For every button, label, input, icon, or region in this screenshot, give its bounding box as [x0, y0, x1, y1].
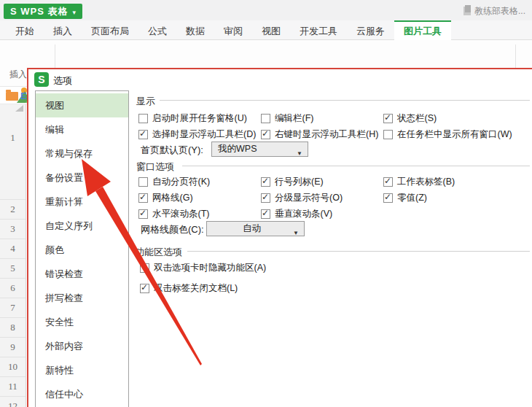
document-title: 教练部表格...	[463, 5, 532, 17]
option-checkbox[interactable]: ✓分级显示符号(O)	[261, 190, 383, 206]
gridline-color-dropdown[interactable]: 自动 ▼	[206, 221, 305, 236]
option-label: 在任务栏中显示所有窗口(W)	[397, 128, 512, 141]
ribbon-tab[interactable]: 视图	[252, 20, 290, 40]
option-checkbox[interactable]: ✓双击标签关闭文档(L)	[140, 280, 266, 296]
option-checkbox[interactable]: ✓右键时显示浮动工具栏(H)	[261, 126, 383, 142]
homepage-dropdown[interactable]: 我的WPS ▼	[211, 142, 308, 157]
check-icon: ✓	[262, 128, 269, 139]
folder-icon[interactable]	[6, 92, 18, 101]
ribbon-tab[interactable]: 数据	[176, 20, 214, 40]
wps-logo-icon: S	[34, 72, 49, 87]
option-checkbox[interactable]: 自动分页符(K)	[138, 174, 261, 190]
checkbox-box: ✓	[261, 193, 270, 203]
ribbon-tab[interactable]: 图片工具	[394, 20, 451, 40]
app-menu-button[interactable]: S WPS 表格▾	[4, 4, 82, 19]
row-number[interactable]: 9	[0, 338, 26, 357]
option-checkbox[interactable]: ✓垂直滚动条(V)	[261, 206, 383, 222]
checkbox-box: ✓	[261, 209, 270, 219]
check-icon: ✓	[262, 176, 269, 186]
check-icon: ✓	[139, 208, 146, 218]
option-checkbox[interactable]: ✓零值(Z)	[383, 190, 532, 206]
checkbox-box	[138, 177, 148, 187]
homepage-dropdown-value: 我的WPS	[218, 144, 257, 154]
option-checkbox[interactable]: ✓状态栏(S)	[383, 110, 532, 126]
check-icon: ✓	[384, 176, 391, 186]
sidebar-category-item[interactable]: 备份设置	[36, 166, 128, 190]
option-checkbox[interactable]: ✓网格线(G)	[138, 190, 261, 206]
section-divider	[160, 100, 530, 101]
check-icon: ✓	[139, 192, 146, 202]
option-checkbox[interactable]: ✓水平滚动条(T)	[138, 206, 261, 222]
option-checkbox[interactable]: ✓行号列标(E)	[261, 174, 383, 190]
option-checkbox[interactable]: ✓工作表标签(B)	[383, 174, 532, 190]
sidebar-category-item[interactable]: 自定义序列	[36, 214, 128, 238]
sidebar-category-item[interactable]: 错误检查	[36, 262, 128, 286]
option-label: 网格线(G)	[152, 192, 193, 204]
checkbox-box	[261, 114, 270, 123]
row-number[interactable]: 10	[0, 357, 26, 377]
row-number[interactable]: 1	[0, 113, 26, 200]
option-label: 状态栏(S)	[397, 112, 437, 125]
check-icon: ✓	[262, 192, 269, 202]
sidebar-category-item[interactable]: 新特性	[36, 358, 128, 382]
section-divider	[187, 251, 530, 252]
gridline-color-label: 网格线颜色(C):	[141, 223, 204, 236]
ribbon-tab[interactable]: 开发工具	[290, 20, 347, 40]
ribbon-tab[interactable]: 页面布局	[82, 20, 138, 40]
section-title-ribbon-options: 功能区选项	[135, 246, 182, 259]
ribbon-tab[interactable]: 开始	[6, 20, 44, 40]
sidebar-category-item[interactable]: 拼写检查	[36, 286, 128, 310]
ribbon-tab-bar: 开始插入页面布局公式数据审阅视图开发工具云服务图片工具	[0, 20, 532, 40]
select-all-corner[interactable]	[0, 104, 26, 113]
dialog-title: 选项	[53, 74, 72, 88]
row-number[interactable]: 7	[0, 298, 26, 318]
option-label: 水平滚动条(T)	[152, 208, 209, 220]
app-menu-label: S WPS 表格	[10, 6, 69, 17]
divider	[0, 86, 27, 87]
row-number[interactable]: 8	[0, 318, 26, 338]
option-checkbox[interactable]: 编辑栏(F)	[261, 110, 383, 126]
title-bar: S WPS 表格▾ 教练部表格...	[0, 0, 532, 20]
checkbox-box: ✓	[140, 284, 149, 293]
row-number[interactable]: 4	[0, 239, 26, 259]
select-all-triangle-icon	[15, 105, 23, 112]
checkbox-box: ✓	[261, 130, 270, 139]
option-label: 右键时显示浮动工具栏(H)	[275, 128, 378, 141]
sidebar-category-item[interactable]: 外部内容	[36, 334, 128, 358]
workbook-tab-clipped[interactable]: E	[20, 90, 27, 101]
homepage-label: 首页默认页(Y):	[141, 144, 203, 157]
row-number[interactable]: 5	[0, 259, 26, 279]
option-label: 双击标签关闭文档(L)	[154, 282, 238, 295]
checkbox-box: ✓	[383, 114, 393, 123]
sidebar-category-item[interactable]: 信任中心	[36, 382, 128, 406]
options-dialog: S 选项 视图编辑常规与保存备份设置重新计算自定义序列颜色错误检查拼写检查安全性…	[27, 68, 532, 407]
section-title-display: 显示	[136, 95, 155, 108]
row-header-column: 123456789101112	[0, 113, 26, 407]
check-icon: ✓	[141, 282, 148, 292]
sidebar-category-item[interactable]: 常规与保存	[36, 142, 128, 166]
option-checkbox[interactable]: ✓选择时显示浮动工具栏(D)	[138, 126, 261, 142]
sidebar-category-item[interactable]: 安全性	[36, 310, 128, 334]
ribbon-tab[interactable]: 公式	[138, 20, 176, 40]
ribbon-tab[interactable]: 云服务	[347, 20, 394, 40]
row-number[interactable]: 2	[0, 200, 26, 220]
option-checkbox[interactable]: 双击选项卡时隐藏功能区(A)	[140, 260, 266, 276]
row-number[interactable]: 3	[0, 220, 26, 239]
checkbox-box	[140, 263, 149, 273]
row-number[interactable]: 11	[0, 377, 26, 397]
row-number[interactable]: 6	[0, 279, 26, 298]
section-divider	[182, 166, 530, 166]
sidebar-category-item[interactable]: 颜色	[36, 238, 128, 262]
ribbon-tab[interactable]: 审阅	[214, 20, 252, 40]
option-label: 启动时展开任务窗格(U)	[152, 112, 247, 125]
sidebar-category-item[interactable]: 视图	[36, 93, 128, 117]
sidebar-category-item[interactable]: 重新计算	[36, 190, 128, 214]
option-checkbox[interactable]: 在任务栏中显示所有窗口(W)	[383, 126, 532, 142]
dialog-title-bar[interactable]: S 选项	[28, 69, 532, 90]
sidebar-category-item[interactable]: 编辑	[36, 117, 128, 142]
option-label: 双击选项卡时隐藏功能区(A)	[154, 262, 266, 274]
checkbox-box: ✓	[383, 193, 393, 203]
row-number[interactable]: 12	[0, 397, 26, 407]
option-checkbox[interactable]: 启动时展开任务窗格(U)	[138, 110, 261, 126]
ribbon-tab[interactable]: 插入	[44, 20, 82, 40]
